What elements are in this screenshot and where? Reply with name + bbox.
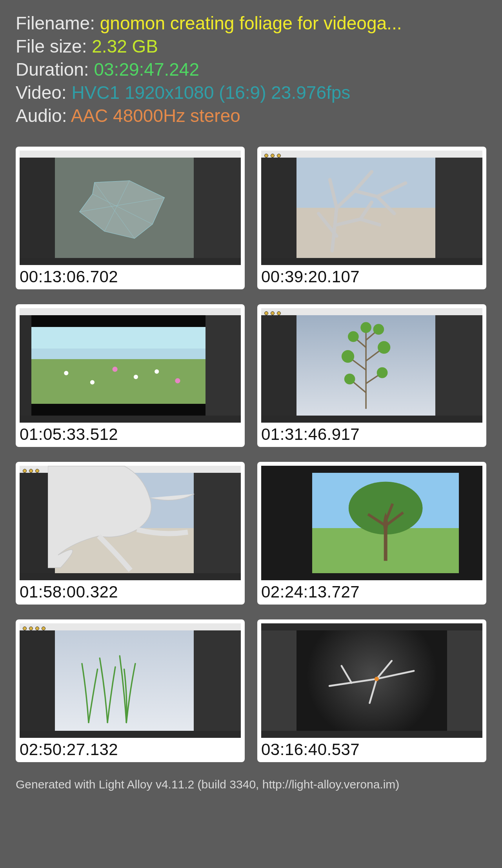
audio-label: Audio: <box>16 105 71 126</box>
app-window-icon <box>261 308 482 423</box>
thumbnail-image <box>20 466 241 580</box>
filename-value: gnomon creating foliage for videoga... <box>100 13 402 33</box>
thumbnail-image <box>261 151 482 265</box>
thumbnail-timestamp: 01:05:33.512 <box>20 425 241 444</box>
media-metadata: Filename: gnomon creating foliage for vi… <box>16 12 486 127</box>
thumbnail-card: 01:58:00.322 <box>16 462 245 605</box>
thumbnail-card: 01:31:46.917 <box>257 304 486 447</box>
duration-row: Duration: 03:29:47.242 <box>16 58 486 81</box>
duration-value: 03:29:47.242 <box>94 59 199 80</box>
filesize-value: 2.32 GB <box>92 36 158 56</box>
app-window-icon <box>20 623 241 738</box>
thumbnail-image <box>20 151 241 265</box>
audio-row: Audio: AAC 48000Hz stereo <box>16 104 486 127</box>
filename-label: Filename: <box>16 13 100 33</box>
contact-sheet: Filename: gnomon creating foliage for vi… <box>0 0 502 799</box>
thumbnail-card: 03:16:40.537 <box>257 619 486 762</box>
svg-point-10 <box>373 324 384 335</box>
svg-point-8 <box>378 341 390 354</box>
thumbnail-grid: 00:13:06.702 <box>16 147 486 762</box>
svg-point-9 <box>348 331 359 342</box>
thumbnail-card: 00:13:06.702 <box>16 147 245 289</box>
thumbnail-card: 01:05:33.512 <box>16 304 245 447</box>
app-window-icon <box>20 466 241 580</box>
app-window-icon <box>20 151 241 265</box>
app-window-icon <box>261 151 482 265</box>
thumbnail-timestamp: 01:31:46.917 <box>261 425 482 444</box>
thumbnail-timestamp: 01:58:00.322 <box>20 583 241 601</box>
thumbnail-image <box>261 466 482 580</box>
svg-point-7 <box>342 350 354 363</box>
filename-row: Filename: gnomon creating foliage for vi… <box>16 12 486 35</box>
duration-label: Duration: <box>16 59 94 80</box>
thumbnail-timestamp: 00:13:06.702 <box>20 267 241 286</box>
filesize-row: File size: 2.32 GB <box>16 35 486 58</box>
generator-footer: Generated with Light Alloy v4.11.2 (buil… <box>16 778 486 791</box>
app-window-icon <box>261 623 482 738</box>
thumbnail-card: 02:50:27.132 <box>16 619 245 762</box>
audio-value: AAC 48000Hz stereo <box>71 105 240 126</box>
app-window-icon <box>20 308 241 423</box>
thumbnail-card: 00:39:20.107 <box>257 147 486 289</box>
thumbnail-timestamp: 03:16:40.537 <box>261 740 482 759</box>
thumbnail-timestamp: 00:39:20.107 <box>261 267 482 286</box>
svg-point-14 <box>375 677 379 681</box>
svg-point-5 <box>344 374 355 385</box>
thumbnail-timestamp: 02:50:27.132 <box>20 740 241 759</box>
svg-point-11 <box>360 322 371 333</box>
thumbnail-timestamp: 02:24:13.727 <box>261 583 482 601</box>
thumbnail-card: 02:24:13.727 <box>257 462 486 605</box>
filesize-label: File size: <box>16 36 92 56</box>
svg-point-6 <box>377 367 388 378</box>
video-label: Video: <box>16 82 71 103</box>
thumbnail-image <box>261 623 482 738</box>
video-value: HVC1 1920x1080 (16:9) 23.976fps <box>71 82 350 103</box>
thumbnail-image <box>20 308 241 423</box>
thumbnail-image <box>261 308 482 423</box>
video-row: Video: HVC1 1920x1080 (16:9) 23.976fps <box>16 81 486 104</box>
thumbnail-image <box>20 623 241 738</box>
app-window-icon <box>261 466 482 580</box>
